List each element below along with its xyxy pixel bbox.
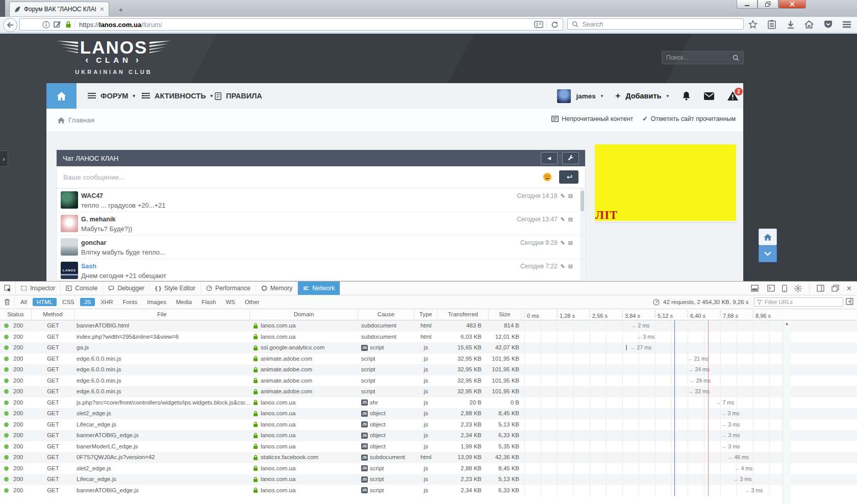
mark-site-read-link[interactable]: ✓ Отметить сайт прочитанным [642,115,736,122]
ad-banner[interactable]: ЛІТ [595,144,736,221]
responsive-mode-icon[interactable] [782,285,787,292]
site-search-input[interactable]: Поиск... [662,51,744,64]
request-row[interactable]: 200GETindex.php?width=295&inline=3&view=… [0,332,857,343]
chat-settings-button[interactable] [562,152,579,164]
devtools-tab-style-editor[interactable]: { }Style Editor [150,282,201,295]
emoji-smiley-icon[interactable] [543,172,552,182]
filter-flash[interactable]: Flash [197,298,220,306]
filter-other[interactable]: Other [241,298,264,306]
side-panel-toggle[interactable]: › [0,150,8,167]
dock-side-icon[interactable] [751,285,760,292]
request-row[interactable]: 200GETbannerATOBIG_edge.jslanos.com.uaJS… [0,485,857,496]
delete-message-icon[interactable]: ⊟ [568,263,573,270]
chat-collapse-button[interactable]: ◀ [541,152,558,164]
nav-item-forum[interactable]: ФОРУМ ▾ [88,83,135,109]
chevron-down-icon[interactable]: ▾ [666,93,669,98]
avatar[interactable] [61,238,78,256]
moderation-warning-icon[interactable]: 2 [727,91,738,100]
user-avatar[interactable] [557,89,571,103]
delete-message-icon[interactable]: ⊟ [568,216,573,223]
avatar[interactable] [61,215,78,232]
pocket-icon[interactable] [822,18,834,31]
devtools-close-icon[interactable]: ✕ [846,285,852,292]
chat-send-button[interactable] [559,170,578,184]
request-row[interactable]: 200GET0F7S7QWJ0Ac.js?version=42staticxx.… [0,452,857,463]
delete-message-icon[interactable]: ⊟ [568,240,573,246]
edit-message-icon[interactable]: ✎ [561,240,565,246]
breadcrumb[interactable]: Главная [58,116,94,124]
avatar[interactable] [61,191,78,209]
column-header-method[interactable]: Method [32,309,74,320]
notifications-bell-icon[interactable] [682,91,691,100]
page-info-icon[interactable] [42,21,50,29]
column-header-file[interactable]: File [74,309,250,320]
devtools-tab-network[interactable]: Network [298,282,340,295]
add-content-button[interactable]: Добавить [625,92,661,100]
column-header-type[interactable]: Type [414,309,438,320]
edit-message-icon[interactable]: ✎ [561,263,565,270]
request-row[interactable]: 200GETedge.6.0.0.min.jsanimate.adobe.com… [0,354,857,365]
bookmark-star-icon[interactable] [747,18,759,31]
scroll-up-arrow[interactable]: ▲ [783,320,791,327]
window-close-button[interactable]: ✕ [778,0,806,9]
column-header-domain[interactable]: Domain [250,309,358,320]
request-row[interactable]: 200GETslet2_edge.jslanos.com.uaJSobjectj… [0,408,857,419]
request-row[interactable]: 200GETLifecar_edge.jslanos.com.uaJSscrip… [0,474,857,485]
separate-window-icon[interactable] [831,285,839,292]
menu-hamburger-icon[interactable] [841,18,853,31]
message-author[interactable]: G. mehanik [81,216,115,223]
filter-urls-input[interactable]: Filter URLs [754,297,843,307]
devtools-tab-debugger[interactable]: Debugger [103,282,150,295]
https-lock-icon[interactable] [65,21,71,28]
pick-element-icon[interactable] [0,282,16,295]
split-console-icon[interactable] [767,285,775,292]
tracking-protection-icon[interactable] [54,21,62,28]
filter-html[interactable]: HTML [33,298,57,306]
devtools-tab-inspector[interactable]: Inspector [16,282,61,295]
window-minimize-button[interactable] [737,0,758,9]
message-author[interactable]: Sash [81,263,96,270]
request-row[interactable]: 200GETLifecar_edge.jslanos.com.uaJSobjec… [0,419,857,431]
devtools-tab-memory[interactable]: Memory [256,282,298,295]
edit-message-icon[interactable]: ✎ [561,216,565,223]
downloads-icon[interactable] [785,18,797,31]
reader-mode-icon[interactable] [534,21,543,28]
chat-scrollbar-thumb[interactable] [581,191,584,211]
avatar[interactable]: LANOS [61,262,78,279]
search-bar[interactable]: Search [567,18,744,30]
tab-close-icon[interactable]: ✕ [99,6,105,13]
filter-fonts[interactable]: Fonts [118,298,141,306]
chevron-down-icon[interactable]: ▾ [601,93,603,98]
request-row[interactable]: 200GETbannerATOBIG_edge.jslanos.com.uaJS… [0,430,857,441]
request-row[interactable]: 200GETslet2_edge.jslanos.com.uaJSscriptj… [0,463,857,474]
request-row[interactable]: 200GETjs.php?src=core/front/controllers/… [0,397,857,409]
performance-analysis-icon[interactable] [653,299,660,306]
sidebar-toggle-icon[interactable] [817,285,824,292]
filter-css[interactable]: CSS [58,298,79,306]
site-logo[interactable]: LANOS ‹ CLAN › UKRAINIAN CLUB [55,37,172,75]
url-bar[interactable]: https://lanos.com.ua/forum/ [19,18,563,31]
message-author[interactable]: WAC47 [81,192,103,199]
plus-icon[interactable]: + [615,91,620,101]
request-row[interactable]: 200GETbanerModerLC_edge.jslanos.com.uaJS… [0,441,857,452]
unread-content-link[interactable]: Непрочитанный контент [551,115,633,122]
home-icon[interactable] [803,18,815,31]
filter-xhr[interactable]: XHR [96,298,117,306]
new-tab-button[interactable]: + [113,4,129,15]
request-row[interactable]: 200GETedge.6.0.0.min.jsanimate.adobe.com… [0,375,857,387]
column-header-transferred[interactable]: Transferred [438,309,489,320]
back-button[interactable] [3,18,17,32]
edit-message-icon[interactable]: ✎ [561,193,565,199]
request-row[interactable]: 200GETga.jsssl.google-analytics.comJSscr… [0,342,857,354]
nav-item-activity[interactable]: АКТИВНОСТЬ ▾ [142,83,213,109]
timeline-header[interactable]: 0 ms1,28 s2,56 s3,84 s5,12 s6,40 s7,68 s… [521,309,783,320]
username-menu[interactable]: james [576,92,595,100]
devtools-tab-performance[interactable]: Performance [201,282,256,295]
request-row[interactable]: 200GETedge.6.0.0.min.jsanimate.adobe.com… [0,386,857,397]
request-row[interactable]: 200GETedge.6.0.0.min.jsanimate.adobe.com… [0,364,857,375]
chat-message-input[interactable]: Ваше сообщение... [57,166,585,188]
column-header-size[interactable]: Size [489,309,521,320]
toggle-details-pane-icon[interactable] [846,298,853,305]
requests-scrollbar[interactable]: ▲ [783,320,791,504]
reload-icon[interactable] [551,21,559,29]
